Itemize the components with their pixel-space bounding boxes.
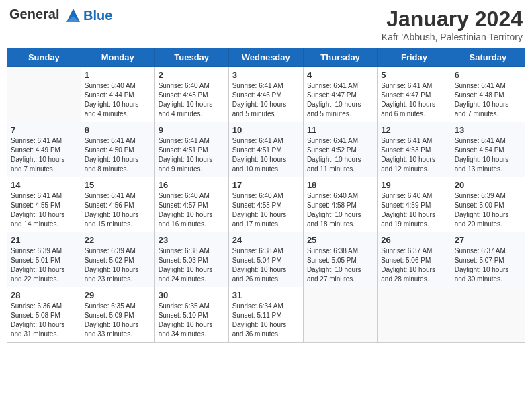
day-info: Sunrise: 6:41 AMSunset: 4:47 PMDaylight:… <box>307 81 373 119</box>
day-number: 29 <box>85 290 151 300</box>
day-number: 21 <box>11 235 77 245</box>
calendar-cell: 25Sunrise: 6:38 AMSunset: 5:05 PMDayligh… <box>303 232 377 287</box>
calendar-cell: 12Sunrise: 6:41 AMSunset: 4:53 PMDayligh… <box>378 122 451 177</box>
day-number: 31 <box>232 290 300 300</box>
calendar-cell: 29Sunrise: 6:35 AMSunset: 5:09 PMDayligh… <box>81 287 154 342</box>
day-info: Sunrise: 6:35 AMSunset: 5:10 PMDaylight:… <box>159 302 225 339</box>
day-number: 17 <box>232 180 300 190</box>
calendar-cell <box>451 287 525 342</box>
calendar-week-2: 7Sunrise: 6:41 AMSunset: 4:49 PMDaylight… <box>7 122 525 177</box>
location-subtitle: Kafr 'Abbush, Palestinian Territory <box>382 32 523 42</box>
calendar-cell: 20Sunrise: 6:39 AMSunset: 5:00 PMDayligh… <box>451 177 525 232</box>
day-info: Sunrise: 6:41 AMSunset: 4:48 PMDaylight:… <box>455 81 521 119</box>
logo: General Blue <box>9 7 112 24</box>
day-info: Sunrise: 6:38 AMSunset: 5:03 PMDaylight:… <box>159 246 225 284</box>
weekday-header-row: SundayMondayTuesdayWednesdayThursdayFrid… <box>7 48 525 67</box>
calendar-cell: 26Sunrise: 6:37 AMSunset: 5:06 PMDayligh… <box>378 232 451 287</box>
calendar-cell: 5Sunrise: 6:41 AMSunset: 4:47 PMDaylight… <box>378 67 451 122</box>
day-info: Sunrise: 6:40 AMSunset: 4:44 PMDaylight:… <box>85 81 151 119</box>
calendar-cell <box>378 287 451 342</box>
calendar-cell: 21Sunrise: 6:39 AMSunset: 5:01 PMDayligh… <box>7 232 81 287</box>
day-info: Sunrise: 6:41 AMSunset: 4:50 PMDaylight:… <box>85 136 151 174</box>
calendar-cell: 15Sunrise: 6:41 AMSunset: 4:56 PMDayligh… <box>81 177 154 232</box>
calendar-week-1: 1Sunrise: 6:40 AMSunset: 4:44 PMDaylight… <box>7 67 525 122</box>
calendar-cell: 10Sunrise: 6:41 AMSunset: 4:51 PMDayligh… <box>228 122 303 177</box>
day-info: Sunrise: 6:41 AMSunset: 4:47 PMDaylight:… <box>381 81 447 119</box>
calendar-cell: 2Sunrise: 6:40 AMSunset: 4:45 PMDaylight… <box>154 67 228 122</box>
calendar-cell: 17Sunrise: 6:40 AMSunset: 4:58 PMDayligh… <box>228 177 303 232</box>
calendar-cell: 19Sunrise: 6:40 AMSunset: 4:59 PMDayligh… <box>378 177 451 232</box>
page-header: General Blue January 2024 Kafr 'Abbush, … <box>7 7 525 42</box>
day-number: 4 <box>307 70 373 80</box>
day-number: 28 <box>11 290 77 300</box>
calendar-table: SundayMondayTuesdayWednesdayThursdayFrid… <box>7 48 525 342</box>
calendar-cell: 31Sunrise: 6:34 AMSunset: 5:11 PMDayligh… <box>228 287 303 342</box>
day-info: Sunrise: 6:41 AMSunset: 4:55 PMDaylight:… <box>11 191 77 229</box>
weekday-header-wednesday: Wednesday <box>228 48 303 67</box>
day-info: Sunrise: 6:40 AMSunset: 4:57 PMDaylight:… <box>159 191 225 229</box>
title-section: January 2024 Kafr 'Abbush, Palestinian T… <box>382 7 523 42</box>
logo-general: General <box>9 7 59 21</box>
day-info: Sunrise: 6:39 AMSunset: 5:01 PMDaylight:… <box>11 246 77 284</box>
day-info: Sunrise: 6:41 AMSunset: 4:46 PMDaylight:… <box>232 81 300 119</box>
day-info: Sunrise: 6:41 AMSunset: 4:54 PMDaylight:… <box>455 136 521 174</box>
day-number: 10 <box>232 125 300 135</box>
calendar-cell <box>303 287 377 342</box>
calendar-cell: 22Sunrise: 6:39 AMSunset: 5:02 PMDayligh… <box>81 232 154 287</box>
calendar-cell: 24Sunrise: 6:38 AMSunset: 5:04 PMDayligh… <box>228 232 303 287</box>
day-number: 26 <box>381 235 447 245</box>
day-info: Sunrise: 6:40 AMSunset: 4:59 PMDaylight:… <box>381 191 447 229</box>
calendar-cell: 8Sunrise: 6:41 AMSunset: 4:50 PMDaylight… <box>81 122 154 177</box>
weekday-header-thursday: Thursday <box>303 48 377 67</box>
day-info: Sunrise: 6:37 AMSunset: 5:06 PMDaylight:… <box>381 246 447 284</box>
weekday-header-tuesday: Tuesday <box>154 48 228 67</box>
calendar-cell: 30Sunrise: 6:35 AMSunset: 5:10 PMDayligh… <box>154 287 228 342</box>
day-number: 8 <box>85 125 151 135</box>
day-info: Sunrise: 6:36 AMSunset: 5:08 PMDaylight:… <box>11 302 77 339</box>
calendar-cell: 18Sunrise: 6:40 AMSunset: 4:58 PMDayligh… <box>303 177 377 232</box>
calendar-cell: 9Sunrise: 6:41 AMSunset: 4:51 PMDaylight… <box>154 122 228 177</box>
day-number: 23 <box>159 235 225 245</box>
day-info: Sunrise: 6:39 AMSunset: 5:00 PMDaylight:… <box>455 191 521 229</box>
day-number: 27 <box>455 235 521 245</box>
day-info: Sunrise: 6:34 AMSunset: 5:11 PMDaylight:… <box>232 302 300 339</box>
day-number: 22 <box>85 235 151 245</box>
day-info: Sunrise: 6:40 AMSunset: 4:58 PMDaylight:… <box>307 191 373 229</box>
day-info: Sunrise: 6:39 AMSunset: 5:02 PMDaylight:… <box>85 246 151 284</box>
day-number: 12 <box>381 125 447 135</box>
calendar-cell: 28Sunrise: 6:36 AMSunset: 5:08 PMDayligh… <box>7 287 81 342</box>
day-info: Sunrise: 6:41 AMSunset: 4:51 PMDaylight:… <box>232 136 300 174</box>
logo-icon <box>64 7 82 24</box>
calendar-cell: 16Sunrise: 6:40 AMSunset: 4:57 PMDayligh… <box>154 177 228 232</box>
day-number: 19 <box>381 180 447 190</box>
calendar-week-3: 14Sunrise: 6:41 AMSunset: 4:55 PMDayligh… <box>7 177 525 232</box>
day-number: 9 <box>159 125 225 135</box>
day-info: Sunrise: 6:41 AMSunset: 4:49 PMDaylight:… <box>11 136 77 174</box>
day-info: Sunrise: 6:41 AMSunset: 4:53 PMDaylight:… <box>381 136 447 174</box>
day-info: Sunrise: 6:40 AMSunset: 4:58 PMDaylight:… <box>232 191 300 229</box>
day-info: Sunrise: 6:41 AMSunset: 4:56 PMDaylight:… <box>85 191 151 229</box>
day-number: 25 <box>307 235 373 245</box>
day-number: 1 <box>85 70 151 80</box>
day-number: 3 <box>232 70 300 80</box>
calendar-cell: 3Sunrise: 6:41 AMSunset: 4:46 PMDaylight… <box>228 67 303 122</box>
day-number: 20 <box>455 180 521 190</box>
weekday-header-friday: Friday <box>378 48 451 67</box>
day-info: Sunrise: 6:40 AMSunset: 4:45 PMDaylight:… <box>159 81 225 119</box>
day-number: 11 <box>307 125 373 135</box>
day-info: Sunrise: 6:41 AMSunset: 4:51 PMDaylight:… <box>159 136 225 174</box>
weekday-header-saturday: Saturday <box>451 48 525 67</box>
day-info: Sunrise: 6:41 AMSunset: 4:52 PMDaylight:… <box>307 136 373 174</box>
day-number: 24 <box>232 235 300 245</box>
day-number: 6 <box>455 70 521 80</box>
day-info: Sunrise: 6:35 AMSunset: 5:09 PMDaylight:… <box>85 302 151 339</box>
calendar-cell: 27Sunrise: 6:37 AMSunset: 5:07 PMDayligh… <box>451 232 525 287</box>
calendar-week-5: 28Sunrise: 6:36 AMSunset: 5:08 PMDayligh… <box>7 287 525 342</box>
day-number: 15 <box>85 180 151 190</box>
calendar-cell: 6Sunrise: 6:41 AMSunset: 4:48 PMDaylight… <box>451 67 525 122</box>
month-title: January 2024 <box>382 7 523 32</box>
calendar-cell: 14Sunrise: 6:41 AMSunset: 4:55 PMDayligh… <box>7 177 81 232</box>
calendar-cell: 1Sunrise: 6:40 AMSunset: 4:44 PMDaylight… <box>81 67 154 122</box>
calendar-cell: 23Sunrise: 6:38 AMSunset: 5:03 PMDayligh… <box>154 232 228 287</box>
day-info: Sunrise: 6:38 AMSunset: 5:05 PMDaylight:… <box>307 246 373 284</box>
